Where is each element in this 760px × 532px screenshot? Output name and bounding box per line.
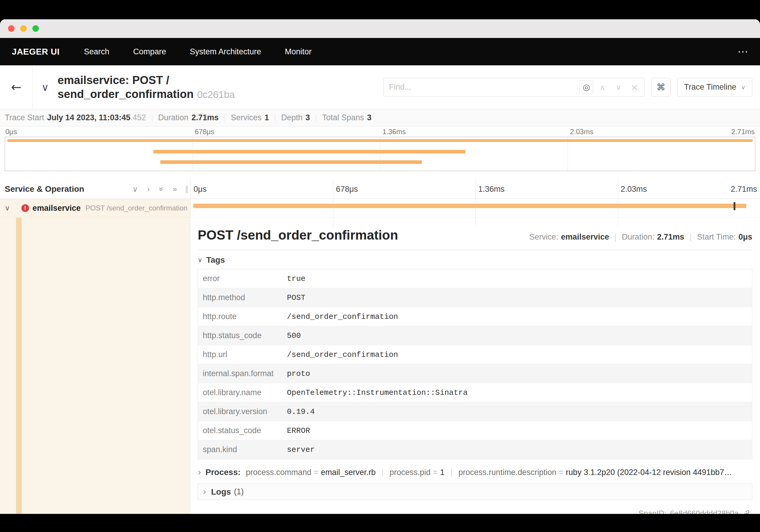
timeline-grid-header: Service & Operation ∨ › » » ‖ 0μs 678μs … [0, 179, 760, 199]
span-detail-region: POST /send_order_confirmation Service: e… [0, 218, 760, 514]
ruler-tick-3: 2.03ms [570, 128, 594, 136]
back-button[interactable]: ← [0, 65, 33, 109]
nav-overflow-icon[interactable]: ⋯ [737, 46, 748, 57]
span-row-name-cell: ∨ ! emailservice POST /send_order_confir… [0, 199, 191, 217]
trace-view-selector[interactable]: Trace Timeline ∨ [677, 78, 752, 97]
span-id-footer: SpanID: 6e8d660dddd28b0a [639, 509, 750, 514]
chevron-right-icon: › [198, 468, 201, 477]
process-command-key: process.command [246, 468, 311, 477]
service-operation-title: Service & Operation [5, 184, 84, 194]
trace-page-header: ← ∨ emailservice: POST / send_order_conf… [0, 65, 760, 109]
process-pid-key: process.pid [390, 468, 430, 477]
tag-key: http.route [198, 307, 287, 326]
chevron-down-icon: ∨ [42, 82, 49, 92]
tag-row: http.status_code 500 [198, 326, 752, 345]
tag-key: otel.library.version [198, 402, 287, 421]
find-clear-button[interactable]: × [628, 80, 641, 94]
find-target-button[interactable]: ◎ [580, 80, 593, 94]
span-row-timeline-cell [191, 199, 760, 217]
divider [316, 114, 316, 122]
gridline [333, 218, 333, 226]
span-row[interactable]: ∨ ! emailservice POST /send_order_confir… [0, 199, 760, 218]
expand-all-icon[interactable]: » [172, 185, 177, 193]
tag-row: span.kind server [198, 440, 752, 459]
tags-section-toggle[interactable]: ∨ Tags [198, 255, 752, 265]
trace-title-toggle[interactable]: ∨ [33, 82, 58, 92]
tag-row: otel.library.version 0.19.4 [198, 402, 752, 421]
tag-value: 0.19.4 [287, 402, 752, 421]
total-spans-value: 3 [367, 113, 371, 122]
span-detail-meta: Service: emailservice Duration: 2.71ms S… [529, 232, 752, 242]
back-arrow-icon: ← [11, 81, 22, 93]
nav-item-monitor[interactable]: Monitor [285, 47, 312, 56]
nav-item-search[interactable]: Search [84, 47, 110, 56]
timeline-tick-2: 1.36ms [478, 184, 505, 194]
tag-key: http.url [198, 345, 287, 364]
tag-row: error true [198, 269, 752, 288]
minimap-span-bar [7, 139, 753, 142]
find-box: ◎ ∧ ∨ × [383, 78, 644, 97]
span-detail-left-gutter [0, 218, 191, 514]
span-collapse-chevron-icon[interactable]: ∨ [5, 205, 10, 212]
process-command: process.command = email_server.rb [246, 468, 376, 477]
service-operation-header: Service & Operation ∨ › » » ‖ [0, 179, 191, 199]
tag-key: http.method [198, 288, 287, 307]
find-next-button[interactable]: ∨ [612, 80, 625, 94]
process-command-value: email_server.rb [321, 468, 376, 477]
collapse-all-icon[interactable]: » [157, 187, 165, 191]
minimap-canvas[interactable] [5, 137, 755, 171]
zoom-window-button[interactable] [32, 25, 39, 32]
depth-label: Depth [281, 113, 303, 122]
equals-sign: = [559, 468, 563, 477]
nav-item-system-architecture[interactable]: System Architecture [190, 47, 261, 56]
find-prev-button[interactable]: ∧ [595, 80, 609, 94]
find-input[interactable] [384, 82, 580, 92]
services-value: 1 [264, 113, 269, 122]
process-runtime-key: process.runtime.description [458, 468, 556, 477]
jaeger-logo[interactable]: JAEGER UI [12, 47, 60, 57]
gridline [618, 218, 618, 226]
error-icon: ! [22, 204, 29, 212]
close-window-button[interactable] [8, 25, 15, 32]
link-icon[interactable] [742, 509, 750, 514]
process-pid-value: 1 [440, 468, 445, 477]
gridline [618, 199, 618, 217]
tag-row: otel.library.name OpenTelemetry::Instrum… [198, 383, 752, 402]
tag-key: error [198, 269, 287, 288]
tag-key: span.kind [198, 440, 287, 459]
span-duration-bar[interactable] [193, 204, 746, 208]
tag-row: otel.status_code ERROR [198, 421, 752, 440]
gridline [475, 179, 476, 199]
timeline-ticks-header: 0μs 678μs 1.36ms 2.03ms 2.71ms [191, 179, 760, 199]
process-label: Process: [206, 467, 240, 477]
expand-one-icon[interactable]: › [147, 185, 150, 193]
span-detail-header: POST /send_order_confirmation Service: e… [198, 228, 752, 243]
timeline-tick-4: 2.71ms [731, 184, 757, 194]
collapse-one-icon[interactable]: ∨ [132, 185, 138, 193]
minimize-window-button[interactable] [20, 25, 27, 32]
spacer [0, 171, 760, 179]
trace-title: emailservice: POST / send_order_confirma… [58, 73, 235, 101]
keyboard-shortcuts-button[interactable]: ⌘ [651, 78, 671, 97]
depth-value: 3 [306, 113, 310, 122]
process-runtime: process.runtime.description = ruby 3.1.2… [445, 468, 732, 477]
meta-service-label: Service: [529, 232, 558, 242]
tag-value: OpenTelemetry::Instrumentation::Sinatra [287, 383, 752, 402]
nav-item-compare[interactable]: Compare [133, 47, 166, 56]
chevron-up-icon: ∧ [600, 83, 605, 91]
process-section-toggle[interactable]: › Process: process.command = email_serve… [198, 467, 752, 477]
grid-header-controls: ∨ › » » [132, 185, 190, 193]
trace-title-line1: emailservice: POST / [58, 73, 235, 87]
logs-section-toggle[interactable]: › Logs (1) [198, 484, 752, 500]
tag-value: proto [287, 364, 752, 383]
header-toolbar: ◎ ∧ ∨ × ⌘ Trace Timeline ∨ [383, 78, 760, 97]
command-icon: ⌘ [656, 83, 665, 92]
duration-label: Duration [158, 113, 189, 122]
span-operation-name: POST /send_order_confirmation [85, 204, 188, 212]
logs-label: Logs [211, 487, 231, 497]
tag-value: POST [287, 288, 752, 307]
equals-sign: = [314, 468, 318, 477]
gridline [193, 137, 193, 171]
column-resizer-grip[interactable]: ‖ [185, 185, 189, 193]
timeline-tick-0: 0μs [194, 184, 207, 194]
